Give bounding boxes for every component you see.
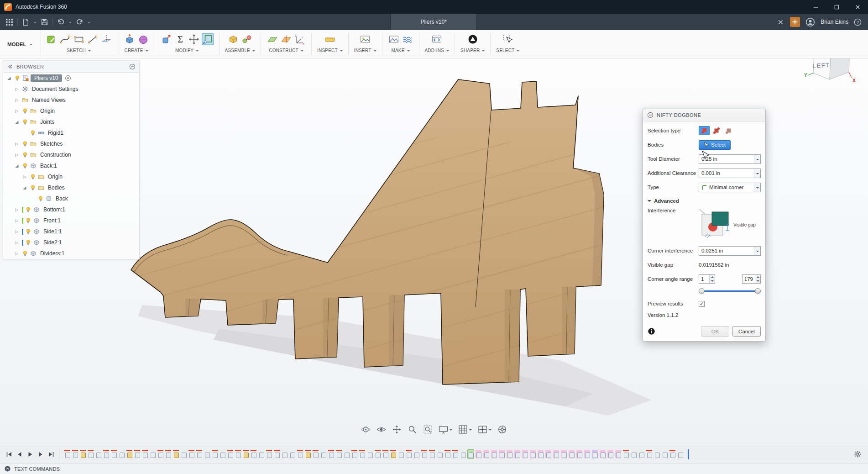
display-settings-button[interactable] [439, 425, 452, 434]
browser-item-side2-1[interactable]: ▷Side2:1 [3, 237, 139, 248]
text-commands-label[interactable]: TEXT COMMANDS [14, 466, 60, 472]
timeline-feature[interactable] [421, 450, 427, 458]
collapse-arrow-icon[interactable]: ◢ [14, 163, 20, 168]
timeline-feature[interactable] [607, 450, 613, 458]
browser-item-label[interactable]: Side1:1 [42, 228, 64, 235]
timeline-feature[interactable] [375, 450, 381, 458]
ribbon-label-modify[interactable]: MODIFY [175, 48, 199, 53]
browser-item-front-1[interactable]: ▷Front:1 [3, 215, 139, 226]
dogbone-icon[interactable] [202, 33, 214, 45]
visibility-bulb-icon[interactable] [25, 239, 31, 246]
sketch-line-icon[interactable] [87, 33, 99, 45]
timeline-feature[interactable] [476, 450, 481, 458]
insert-image-icon[interactable] [359, 33, 371, 45]
ok-button[interactable]: OK [701, 326, 729, 337]
expand-arrow-icon[interactable]: ▷ [14, 153, 20, 157]
selection-type-body-button[interactable] [699, 126, 710, 135]
timeline-feature[interactable] [623, 450, 629, 458]
type-caret-icon[interactable] [754, 183, 760, 192]
expand-arrow-icon[interactable]: ▷ [14, 207, 20, 212]
viewcube-face-label[interactable]: LEFT [812, 62, 830, 70]
browser-item-label[interactable]: Side2:1 [42, 239, 64, 246]
timeline-feature[interactable] [251, 450, 256, 458]
browser-item-back-1[interactable]: ◢Back:1 [3, 160, 139, 171]
ribbon-label-sketch[interactable]: SKETCH [67, 48, 91, 53]
parameters-icon[interactable]: Σ [174, 33, 186, 45]
timeline-skip-end-button[interactable] [47, 451, 55, 458]
expand-arrow-icon[interactable]: ▷ [14, 109, 20, 113]
timeline-feature[interactable] [64, 450, 70, 458]
app-grid-icon[interactable] [5, 18, 13, 26]
select-cursor-icon[interactable] [502, 33, 514, 45]
project-icon[interactable] [100, 33, 112, 45]
collapse-arrow-icon[interactable]: ◢ [21, 185, 28, 190]
grid-display-caret-icon[interactable] [469, 429, 472, 432]
press-pull-icon[interactable] [161, 33, 173, 45]
browser-item-bodies[interactable]: ◢Bodies [3, 182, 139, 193]
tool-diameter-caret-icon[interactable] [754, 155, 760, 163]
browser-item-label[interactable]: Bodies [46, 184, 67, 191]
scripts-icon[interactable] [431, 33, 443, 45]
visibility-bulb-icon[interactable] [22, 119, 28, 125]
timeline-feature[interactable] [491, 450, 497, 458]
expand-arrow-icon[interactable]: ▷ [14, 98, 20, 102]
ribbon-label-assemble[interactable]: ASSEMBLE [225, 48, 256, 53]
browser-item-label[interactable]: Construction [38, 151, 73, 158]
timeline-feature[interactable] [662, 450, 668, 458]
timeline-feature[interactable] [212, 450, 218, 458]
timeline-feature[interactable] [95, 450, 101, 458]
move-icon[interactable] [188, 33, 200, 45]
timeline-feature[interactable] [320, 450, 326, 458]
browser-item-label[interactable]: Back:1 [38, 162, 59, 169]
text-commands-icon[interactable] [4, 465, 11, 472]
timeline-feature[interactable] [654, 450, 660, 458]
timeline-feature[interactable] [227, 450, 233, 458]
timeline-feature[interactable] [631, 450, 637, 458]
browser-item-document-settings[interactable]: ▷Document Settings [3, 84, 139, 95]
zoom-button[interactable] [408, 425, 417, 434]
timeline-feature[interactable] [196, 450, 202, 458]
timeline-feature[interactable] [328, 450, 334, 458]
timeline-feature[interactable] [72, 450, 78, 458]
ribbon-label-insert[interactable]: INSERT [354, 48, 376, 53]
new-component-icon[interactable] [227, 33, 239, 45]
expand-arrow-icon[interactable]: ▷ [14, 87, 20, 91]
timeline-feature[interactable] [483, 450, 489, 458]
timeline-feature[interactable] [530, 450, 536, 458]
browser-item-origin[interactable]: ▷Origin [3, 171, 139, 182]
timeline-position-marker[interactable] [688, 449, 689, 459]
browser-item-bottom-1[interactable]: ▷Bottom:1 [3, 204, 139, 215]
timeline-feature[interactable] [126, 450, 132, 458]
extrude-icon[interactable] [124, 33, 136, 45]
visibility-bulb-icon[interactable] [14, 75, 21, 81]
timeline-feature[interactable] [413, 450, 419, 458]
browser-item-label[interactable]: Front:1 [42, 217, 63, 224]
timeline-feature[interactable] [522, 450, 528, 458]
workspace-selector[interactable]: MODEL [0, 30, 41, 58]
joint-icon[interactable] [241, 33, 253, 45]
timeline-feature[interactable] [235, 450, 241, 458]
ribbon-label-select[interactable]: SELECT [496, 48, 519, 53]
document-tab[interactable]: Pliers v10* [390, 14, 477, 30]
print-3d-icon[interactable] [402, 33, 413, 45]
timeline-feature[interactable] [468, 450, 474, 458]
display-settings-caret-icon[interactable] [450, 429, 452, 432]
timeline-feature[interactable] [507, 450, 512, 458]
make-frame-icon[interactable] [388, 33, 400, 45]
timeline-feature[interactable] [351, 450, 357, 458]
timeline-feature[interactable] [258, 450, 264, 458]
timeline-feature[interactable] [460, 450, 466, 458]
expand-arrow-icon[interactable]: ▷ [14, 229, 20, 234]
timeline-feature[interactable] [677, 450, 683, 458]
timeline-feature[interactable] [452, 450, 458, 458]
file-menu-caret-icon[interactable] [34, 22, 37, 25]
timeline-play-button[interactable] [26, 451, 34, 458]
form-icon[interactable] [137, 33, 149, 45]
close-button[interactable] [847, 0, 868, 14]
visibility-bulb-icon[interactable] [25, 217, 31, 224]
visibility-bulb-icon[interactable] [37, 195, 44, 202]
bodies-select-button[interactable]: Select [699, 140, 731, 150]
ribbon-label-inspect[interactable]: INSPECT [317, 48, 343, 53]
minimize-button[interactable] [805, 0, 826, 14]
file-menu-icon[interactable] [22, 18, 30, 26]
